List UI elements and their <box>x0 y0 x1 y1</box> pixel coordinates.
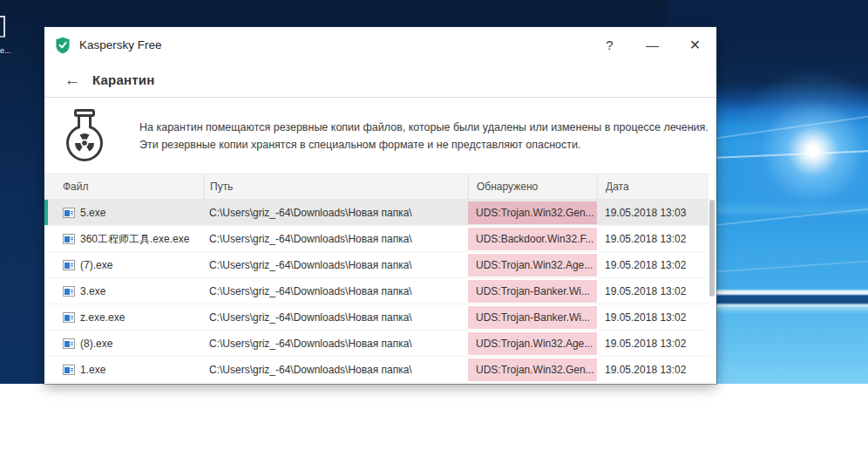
detection-date: 19.05.2018 13:02 <box>597 364 709 376</box>
detection-name: UDS:Backdoor.Win32.F... <box>476 233 593 245</box>
column-header-detected[interactable]: Обнаружено <box>468 174 597 201</box>
table-row[interactable]: (7).exe C:\Users\griz_-64\Downloads\Нова… <box>44 252 709 278</box>
file-path: C:\Users\griz_-64\Downloads\Новая папка\ <box>204 259 468 271</box>
detection-badge: UDS:Trojan.Win32.Age... <box>468 254 597 276</box>
screenshot-canvas: e... Kaspersky Free ? — ✕ ← Карантин <box>0 0 868 471</box>
table-header: Файл Путь Обнаружено Дата <box>44 174 709 200</box>
file-cell: 5.exe <box>44 207 204 219</box>
minimize-button[interactable]: — <box>631 27 674 63</box>
file-cell: 3.exe <box>44 285 204 297</box>
app-title: Kaspersky Free <box>79 38 162 51</box>
quarantine-description-line2: Эти резервные копии хранятся в специальн… <box>139 136 709 154</box>
file-path: C:\Users\griz_-64\Downloads\Новая папка\ <box>204 364 468 376</box>
file-name: 1.exe <box>80 364 105 376</box>
file-path: C:\Users\griz_-64\Downloads\Новая папка\ <box>204 285 468 297</box>
file-name: 3.exe <box>80 285 105 297</box>
detection-badge: UDS:Trojan.Win32.Age... <box>468 332 597 355</box>
detection-date: 19.05.2018 13:02 <box>597 259 709 271</box>
desktop-icon-label[interactable]: e... <box>0 46 11 55</box>
file-cell: z.exe.exe <box>44 311 204 324</box>
vertical-scrollbar-thumb[interactable] <box>709 200 715 297</box>
detection-badge: UDS:Trojan.Win32.Gen... <box>468 358 597 381</box>
help-button[interactable]: ? <box>588 27 631 63</box>
close-button[interactable]: ✕ <box>674 27 716 63</box>
application-file-icon <box>63 312 75 323</box>
quarantine-description-line1: На карантин помещаются резервные копии ф… <box>139 119 709 136</box>
table-row[interactable]: (8).exe C:\Users\griz_-64\Downloads\Нова… <box>44 331 709 357</box>
kaspersky-shield-icon <box>55 37 71 54</box>
file-name: z.exe.exe <box>80 311 125 324</box>
quarantine-info-band: На карантин помещаются резервные копии ф… <box>44 98 716 174</box>
quarantine-table-body: 5.exe C:\Users\griz_-64\Downloads\Новая … <box>44 200 709 383</box>
file-cell: (7).exe <box>44 259 204 271</box>
table-row[interactable]: 5.exe C:\Users\griz_-64\Downloads\Новая … <box>44 200 709 226</box>
file-path: C:\Users\griz_-64\Downloads\Новая папка\ <box>204 233 468 245</box>
detection-name: UDS:Trojan-Banker.Wi... <box>476 285 590 297</box>
detection-name: UDS:Trojan.Win32.Gen... <box>476 364 594 376</box>
application-file-icon <box>63 208 75 218</box>
application-file-icon <box>63 260 75 270</box>
detection-date: 19.05.2018 13:02 <box>597 338 709 350</box>
detection-date: 19.05.2018 13:03 <box>597 207 709 219</box>
detection-date: 19.05.2018 13:02 <box>597 233 709 245</box>
back-button[interactable]: ← <box>61 72 84 88</box>
detection-name: UDS:Trojan.Win32.Age... <box>476 259 593 271</box>
page-title: Карантин <box>92 72 154 87</box>
detection-date: 19.05.2018 13:02 <box>597 285 709 297</box>
window-controls: ? — ✕ <box>588 27 716 63</box>
table-row[interactable]: z.exe.exe C:\Users\griz_-64\Downloads\Но… <box>44 304 709 331</box>
table-row[interactable]: 1.exe C:\Users\griz_-64\Downloads\Новая … <box>44 357 709 383</box>
detection-badge: UDS:Trojan.Win32.Gen... <box>468 201 597 224</box>
file-path: C:\Users\griz_-64\Downloads\Новая папка\ <box>204 338 468 350</box>
detection-name: UDS:Trojan-Banker.Wi... <box>476 311 590 324</box>
application-file-icon <box>63 365 75 375</box>
application-file-icon <box>63 338 75 349</box>
file-path: C:\Users\griz_-64\Downloads\Новая папка\ <box>204 207 468 219</box>
file-cell: 360工程师工具.exe.exe <box>44 232 204 247</box>
detection-badge: UDS:Trojan-Banker.Wi... <box>468 306 597 329</box>
detection-name: UDS:Trojan.Win32.Age... <box>476 338 593 350</box>
file-name: (8).exe <box>80 338 112 350</box>
file-name: 360工程师工具.exe.exe <box>80 232 189 247</box>
file-name: (7).exe <box>80 259 112 271</box>
file-cell: (8).exe <box>44 338 204 350</box>
kaspersky-window: Kaspersky Free ? — ✕ ← Карантин <box>44 27 716 384</box>
quarantine-flask-icon <box>61 109 108 163</box>
detection-badge: UDS:Trojan-Banker.Wi... <box>468 280 597 303</box>
application-file-icon <box>63 234 75 244</box>
file-path: C:\Users\griz_-64\Downloads\Новая папка\ <box>204 311 468 324</box>
column-header-path[interactable]: Путь <box>204 174 468 201</box>
detection-badge: UDS:Backdoor.Win32.F... <box>468 228 597 250</box>
table-row[interactable]: 3.exe C:\Users\griz_-64\Downloads\Новая … <box>44 278 709 304</box>
column-header-file[interactable]: Файл <box>44 174 204 201</box>
file-cell: 1.exe <box>44 364 204 376</box>
file-name: 5.exe <box>80 207 105 219</box>
detection-date: 19.05.2018 13:02 <box>597 311 709 324</box>
table-row[interactable]: 360工程师工具.exe.exe C:\Users\griz_-64\Downl… <box>44 226 709 252</box>
column-header-date[interactable]: Дата <box>597 174 709 201</box>
window-titlebar[interactable]: Kaspersky Free ? — ✕ <box>44 27 716 63</box>
desktop-icon-fragment[interactable] <box>0 16 5 38</box>
page-header: ← Карантин <box>44 63 716 97</box>
detection-name: UDS:Trojan.Win32.Gen... <box>476 207 594 219</box>
quarantine-description: На карантин помещаются резервные копии ф… <box>139 119 709 154</box>
application-file-icon <box>63 286 75 297</box>
